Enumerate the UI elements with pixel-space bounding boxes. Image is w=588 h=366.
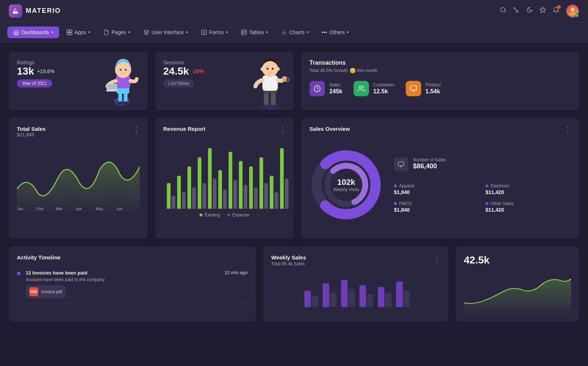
- bar-earn-7: [229, 152, 232, 209]
- logo-text: MATERIO: [26, 7, 61, 15]
- bar-exp-1: [172, 196, 175, 209]
- bar-exp-10: [264, 183, 268, 209]
- bar-group-4: [198, 157, 206, 209]
- svg-text:Jan: Jan: [17, 207, 23, 211]
- sales-overview-card: Sales Overview ⋮ 102: [301, 118, 579, 239]
- nav-apps-label: Apps: [75, 29, 86, 35]
- svg-rect-32: [106, 90, 118, 92]
- revenue-bar-chart: [163, 135, 286, 209]
- charts-chevron: ▾: [306, 30, 308, 34]
- svg-point-23: [117, 101, 123, 104]
- nav-tables-label: Tables: [249, 29, 264, 35]
- bar-group-1: [167, 183, 175, 209]
- svg-text:Feb: Feb: [37, 207, 44, 211]
- bar-exp-6: [223, 190, 227, 209]
- ov-electronic: Electronic $11,420: [485, 183, 571, 195]
- nav-others-label: Others: [329, 29, 345, 35]
- trans-product-info: Product 1.54k: [426, 82, 441, 95]
- search-icon[interactable]: [500, 7, 506, 15]
- bar-earn-4: [198, 157, 201, 209]
- svg-rect-67: [330, 293, 337, 307]
- logo-icon: [9, 4, 22, 18]
- legend-dot-gray: [227, 214, 230, 216]
- forms-chevron: ▾: [226, 30, 228, 34]
- avatar-wrap[interactable]: [566, 4, 579, 18]
- trans-sales-info: Sales 245k: [329, 82, 343, 95]
- revenue-report-menu[interactable]: ⋮: [279, 126, 286, 134]
- nav-dashboards[interactable]: Dashboards ▾: [7, 26, 59, 38]
- bar-exp-8: [244, 185, 247, 209]
- overview-grid: Apparel $1,840 Electronic $11,420: [394, 183, 571, 213]
- online-indicator: [575, 14, 579, 17]
- weekly-sales-chart-placeholder: [271, 272, 440, 311]
- svg-rect-39: [262, 75, 278, 91]
- nav-ui-label: User Interface: [151, 29, 184, 35]
- timeline-file-1[interactable]: PDF invoice.pdf: [26, 285, 66, 298]
- overview-top-text: Number of Sales $86,400: [413, 157, 446, 170]
- mini-stat-value: 42.5k: [464, 254, 571, 266]
- weekly-sales-header: Weekly Sales Total 85.4k Sales ⋮: [271, 254, 440, 266]
- overview-stats: Number of Sales $86,400 Apparel $1,840: [394, 157, 571, 213]
- bar-earn-2: [177, 176, 181, 209]
- nav-ui[interactable]: User Interface ▾: [137, 26, 194, 38]
- timeline-text-1: Invoices have been paid to the company.: [26, 277, 248, 282]
- bar-group-2: [177, 176, 186, 209]
- svg-text:Mar: Mar: [56, 207, 63, 211]
- weekly-sales-title: Weekly Sales: [271, 254, 306, 261]
- revenue-report-title: Revenue Report: [163, 126, 205, 132]
- svg-point-28: [120, 69, 122, 71]
- navbar: Dashboards ▾ Apps ▾ Pages ▾ User Interfa…: [0, 22, 588, 43]
- file-icon-pdf: PDF: [29, 287, 38, 296]
- timeline-heading-1: 12 Invoices have been paid 12 min ago: [26, 270, 248, 276]
- svg-rect-31: [107, 84, 116, 90]
- nav-tables[interactable]: Tables ▾: [235, 26, 274, 38]
- svg-point-0: [501, 7, 505, 12]
- sessions-change: -20%: [192, 68, 204, 74]
- svg-point-3: [571, 8, 574, 11]
- svg-rect-71: [367, 294, 373, 307]
- svg-rect-74: [396, 281, 403, 307]
- translate-icon[interactable]: [513, 7, 520, 15]
- bar-group-11: [270, 176, 278, 209]
- sessions-card: Sessions 24.5k -20% Last Week: [155, 51, 294, 110]
- pages-chevron: ▾: [128, 30, 130, 34]
- ov-dot-other: [485, 202, 488, 205]
- nav-pages[interactable]: Pages ▾: [97, 26, 136, 38]
- row1: Ratings 13k +15.6% Year of 2021: [9, 51, 579, 110]
- svg-rect-68: [341, 280, 348, 307]
- star-icon[interactable]: [539, 7, 546, 15]
- svg-rect-69: [348, 289, 355, 307]
- nav-charts-label: Charts: [289, 29, 304, 35]
- legend-earning-label: Earning: [205, 212, 220, 218]
- row2: Total Sales $21,845 ⋮ Jan: [9, 118, 579, 239]
- nav-charts[interactable]: Charts ▾: [275, 26, 314, 38]
- trans-customers-info: Customers 12.5k: [373, 82, 395, 95]
- weekly-sales-menu[interactable]: ⋮: [434, 254, 440, 262]
- nav-others[interactable]: ••• Others ▾: [316, 26, 355, 38]
- nav-forms-label: Forms: [209, 29, 224, 35]
- moon-icon[interactable]: [526, 7, 533, 15]
- donut-chart: 102k Weekly Visits: [309, 148, 383, 222]
- svg-point-27: [115, 62, 131, 78]
- nav-forms[interactable]: Forms ▾: [195, 26, 234, 38]
- nav-apps[interactable]: Apps ▾: [61, 26, 96, 38]
- svg-point-44: [267, 68, 269, 69]
- svg-line-1: [504, 11, 505, 12]
- bar-earn-8: [239, 161, 243, 209]
- svg-rect-61: [398, 162, 404, 166]
- donut-center: 102k Weekly Visits: [333, 177, 359, 192]
- legend-dot-green: [200, 214, 202, 216]
- bar-exp-12: [285, 179, 288, 209]
- svg-rect-64: [304, 291, 311, 307]
- ratings-card: Ratings 13k +15.6% Year of 2021: [9, 51, 148, 110]
- sales-overview-menu[interactable]: ⋮: [564, 126, 571, 134]
- svg-marker-8: [144, 30, 148, 32]
- row3: Activity Timeline 12 Invoices have been …: [9, 246, 579, 322]
- total-sales-menu[interactable]: ⋮: [133, 126, 140, 134]
- sessions-badge: Last Week: [163, 79, 194, 87]
- svg-point-43: [277, 67, 280, 71]
- sales-overview-title: Sales Overview: [309, 126, 350, 132]
- bell-icon[interactable]: [553, 7, 559, 15]
- sales-icon: [309, 81, 325, 96]
- product-icon: [406, 81, 421, 96]
